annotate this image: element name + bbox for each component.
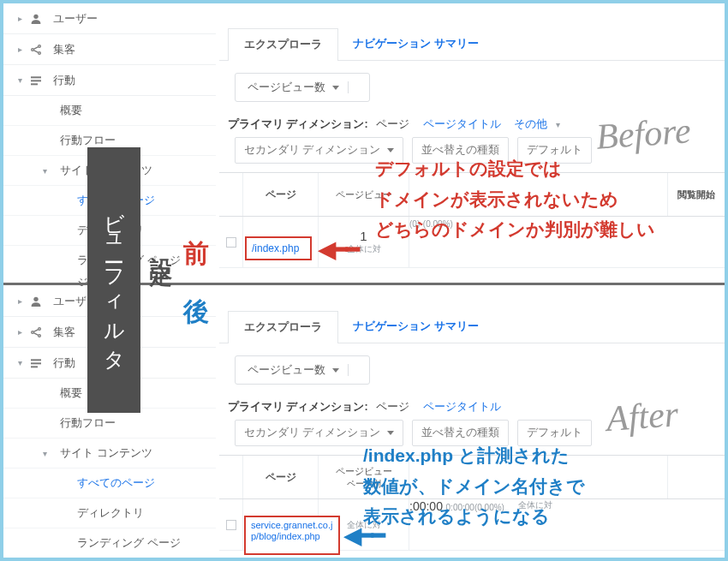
highlighted-cell-before: /index.php bbox=[245, 236, 312, 260]
svg-point-7 bbox=[33, 296, 38, 301]
chevron-down-icon: ▾ bbox=[15, 358, 24, 367]
share-icon bbox=[29, 43, 45, 57]
separator bbox=[348, 364, 349, 376]
caret-down-icon bbox=[332, 86, 339, 90]
svg-point-3 bbox=[39, 51, 41, 54]
label: デフォルト bbox=[527, 426, 582, 440]
caret-down-icon bbox=[332, 368, 339, 373]
report-tabs: エクスプローラ ナビゲーション サマリー bbox=[219, 3, 725, 61]
nav-sub-overview[interactable]: 概要 bbox=[3, 96, 216, 126]
dimension-other[interactable]: その他 bbox=[514, 118, 547, 130]
overlay-view-filter-bar: ビューフィルタ bbox=[87, 147, 140, 413]
col-page[interactable]: ページ bbox=[243, 173, 319, 216]
overlay-before-kanji: 前 bbox=[183, 236, 209, 272]
nav-sub-label: サイト コンテンツ bbox=[60, 445, 152, 461]
tab-nav-summary[interactable]: ナビゲーション サマリー bbox=[337, 28, 494, 60]
annotation-blue: /index.php と計測された 数値が、ドメイン名付きで 表示されるようにな… bbox=[363, 440, 585, 532]
chevron-down-icon: ▾ bbox=[43, 166, 51, 176]
metric-label: ページビュー数 bbox=[248, 80, 325, 95]
checkbox-col bbox=[219, 173, 243, 216]
annotation-line: デフォルトの設定では bbox=[375, 153, 655, 184]
col-page[interactable]: ページ bbox=[243, 456, 319, 498]
row-checkbox[interactable] bbox=[226, 520, 236, 530]
tab-explorer[interactable]: エクスプローラ bbox=[228, 28, 338, 61]
nav-sub-directory[interactable]: ディレクトリ bbox=[3, 498, 216, 528]
primary-dimension-label: プライマリ ディメンション: bbox=[228, 401, 368, 413]
label: セカンダリ ディメンション bbox=[244, 143, 380, 158]
svg-point-1 bbox=[32, 48, 34, 51]
col-start bbox=[668, 456, 725, 498]
list-icon bbox=[29, 74, 45, 87]
svg-point-8 bbox=[32, 331, 34, 333]
handwritten-after: After bbox=[605, 393, 679, 439]
nav-item-behavior[interactable]: ▾ 行動 bbox=[3, 65, 216, 96]
nav-sub-behavior-flow[interactable]: 行動フロー bbox=[3, 409, 216, 439]
dimension-page[interactable]: ページ bbox=[376, 401, 409, 413]
row-checkbox[interactable] bbox=[226, 237, 236, 248]
nav-item-acquisition[interactable]: ▸ 集客 bbox=[3, 34, 216, 65]
overlay-setting-label: 設定 bbox=[146, 238, 176, 252]
svg-point-0 bbox=[33, 14, 38, 18]
tab-explorer[interactable]: エクスプローラ bbox=[228, 311, 338, 343]
svg-rect-5 bbox=[31, 80, 41, 81]
svg-rect-6 bbox=[31, 83, 38, 85]
separator bbox=[348, 81, 349, 93]
svg-rect-4 bbox=[31, 76, 41, 78]
metric-selector[interactable]: ページビュー数 bbox=[235, 355, 370, 385]
chevron-down-icon: ▾ bbox=[43, 449, 51, 458]
report-tabs: エクスプローラ ナビゲーション サマリー bbox=[219, 286, 725, 343]
svg-rect-12 bbox=[31, 362, 41, 364]
svg-point-2 bbox=[39, 45, 41, 47]
nav-sub-site-contents[interactable]: ▾ サイト コンテンツ bbox=[3, 439, 216, 468]
metric-selector[interactable]: ページビュー数 bbox=[235, 73, 370, 102]
nav-sub-all-pages[interactable]: すべてのページ bbox=[3, 468, 216, 498]
annotation-line: どちらのドメインか判別が難しい bbox=[375, 214, 655, 245]
chevron-right-icon: ▸ bbox=[15, 296, 24, 306]
label: 並べ替えの種類 bbox=[421, 426, 499, 440]
primary-dimension-label: プライマリ ディメンション: bbox=[228, 118, 368, 130]
caret-down-icon bbox=[387, 148, 394, 152]
cell-value: 1 bbox=[360, 229, 367, 243]
svg-point-10 bbox=[39, 334, 41, 337]
nav-item-user[interactable]: ▸ ユーザー bbox=[3, 3, 216, 34]
checkbox-col bbox=[219, 456, 243, 498]
person-icon bbox=[29, 295, 45, 308]
nav-label: ユーザー bbox=[53, 11, 207, 27]
list-icon bbox=[29, 356, 45, 370]
overlay-after-kanji: 後 bbox=[183, 295, 209, 330]
annotation-line: 数値が、ドメイン名付きで bbox=[363, 471, 585, 502]
nav-label: 行動 bbox=[53, 73, 207, 88]
annotated-screenshot: ▸ ユーザー ▸ 集客 ▾ 行動 概要 行動フロー ▾ サイト コンテンツ すべ… bbox=[0, 0, 728, 561]
annotation-line: /index.php と計測された bbox=[363, 440, 585, 471]
chevron-down-icon: ▾ bbox=[15, 75, 24, 85]
handwritten-before: Before bbox=[594, 110, 691, 158]
share-icon bbox=[29, 325, 45, 339]
metric-label: ページビュー数 bbox=[248, 362, 325, 378]
svg-point-9 bbox=[39, 327, 41, 330]
chevron-right-icon: ▸ bbox=[15, 14, 24, 23]
nav-label: 集客 bbox=[53, 42, 207, 57]
chevron-right-icon: ▸ bbox=[15, 45, 24, 54]
col-start[interactable]: 閲覧開始 bbox=[668, 173, 725, 216]
annotation-line: ドメインが表示されないため bbox=[375, 184, 655, 215]
caret-down-icon bbox=[387, 431, 394, 435]
chevron-right-icon: ▸ bbox=[15, 327, 24, 337]
label: セカンダリ ディメンション bbox=[244, 426, 380, 440]
person-icon bbox=[29, 12, 45, 26]
nav-sub-landing-pages[interactable]: ランディング ページ bbox=[3, 528, 216, 558]
arrow-left-blue-icon: ◀━━ bbox=[344, 522, 384, 549]
svg-rect-13 bbox=[31, 366, 38, 367]
tab-nav-summary[interactable]: ナビゲーション サマリー bbox=[337, 311, 494, 343]
highlighted-cell-after: service.grannet.co.jp/blog/index.php bbox=[244, 516, 340, 555]
dimension-page[interactable]: ページ bbox=[376, 118, 409, 130]
arrow-left-red-icon: ◀━━ bbox=[319, 236, 358, 263]
annotation-red: デフォルトの設定では ドメインが表示されないため どちらのドメインか判別が難しい bbox=[375, 153, 655, 245]
svg-rect-11 bbox=[31, 359, 41, 361]
annotation-line: 表示されるようになる bbox=[363, 501, 585, 532]
dimension-page-title[interactable]: ページタイトル bbox=[423, 118, 501, 130]
dimension-page-title[interactable]: ページタイトル bbox=[423, 401, 501, 413]
